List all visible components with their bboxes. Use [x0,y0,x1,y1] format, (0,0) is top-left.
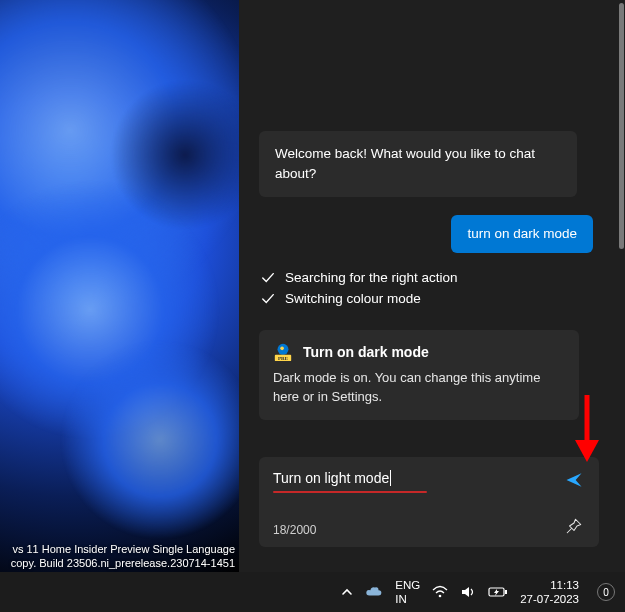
taskbar: ENG IN 11:13 [0,572,625,612]
notification-count: 0 [603,587,609,598]
annotation-underline [273,491,427,493]
text-caret [390,470,391,486]
tray-overflow-button[interactable] [335,572,359,612]
clock-date: 27-07-2023 [520,592,579,606]
assistant-message-text: Welcome back! What would you like to cha… [275,146,535,181]
lang-primary: ENG [395,578,420,592]
notifications-button[interactable]: 0 [585,572,617,612]
action-status-list: Searching for the right action Switching… [259,270,458,312]
volume-tray-icon[interactable] [454,572,482,612]
chevron-up-icon [341,586,353,598]
chat-input[interactable]: Turn on light mode [273,470,391,486]
scrollbar-thumb[interactable] [619,3,624,249]
user-message: turn on dark mode [451,215,593,253]
desktop-wallpaper[interactable]: vs 11 Home Insider Preview Single Langua… [0,0,239,572]
user-message-text: turn on dark mode [467,226,577,241]
clock-time: 11:13 [520,578,579,592]
cloud-icon [365,585,383,599]
scrollbar-track[interactable] [617,0,625,572]
chat-area: Welcome back! What would you like to cha… [239,0,615,572]
language-indicator[interactable]: ENG IN [389,572,426,612]
preview-badge-icon: PRE [273,342,293,362]
char-max: 2000 [290,523,317,537]
send-icon [564,470,584,490]
svg-point-1 [280,347,284,351]
status-item: Switching colour mode [259,291,458,306]
status-label: Switching colour mode [285,291,421,306]
svg-rect-8 [505,590,507,594]
checkmark-icon [261,292,275,306]
speaker-icon [460,585,476,599]
watermark-line: copy. Build 23506.ni_prerelease.230714-1… [0,556,235,570]
chat-input-value: Turn on light mode [273,470,389,486]
battery-icon [488,586,508,598]
watermark-line: vs 11 Home Insider Preview Single Langua… [0,542,235,556]
svg-text:PRE: PRE [278,356,289,361]
svg-point-6 [439,595,442,598]
wifi-icon [432,585,448,599]
action-result-card[interactable]: PRE Turn on dark mode Dark mode is on. Y… [259,330,579,420]
screenshot-root: vs 11 Home Insider Preview Single Langua… [0,0,625,612]
checkmark-icon [261,271,275,285]
action-card-title: Turn on dark mode [303,344,429,360]
wifi-tray-icon[interactable] [426,572,454,612]
lang-secondary: IN [395,592,420,606]
assistant-message: Welcome back! What would you like to cha… [259,131,577,197]
windows-build-watermark: vs 11 Home Insider Preview Single Langua… [0,540,239,572]
copilot-panel: Welcome back! What would you like to cha… [239,0,625,572]
send-button[interactable] [559,465,589,495]
pin-icon [565,517,583,535]
action-card-description: Dark mode is on. You can change this any… [273,368,565,406]
chat-input-container: Turn on light mode 18/2000 [259,457,599,547]
pin-button[interactable] [559,511,589,541]
char-count: 18 [273,523,286,537]
battery-tray-icon[interactable] [482,572,514,612]
notification-count-pill: 0 [597,583,615,601]
onedrive-tray-icon[interactable] [359,572,389,612]
char-counter: 18/2000 [273,523,316,537]
status-item: Searching for the right action [259,270,458,285]
status-label: Searching for the right action [285,270,458,285]
clock-tray[interactable]: 11:13 27-07-2023 [514,572,585,612]
